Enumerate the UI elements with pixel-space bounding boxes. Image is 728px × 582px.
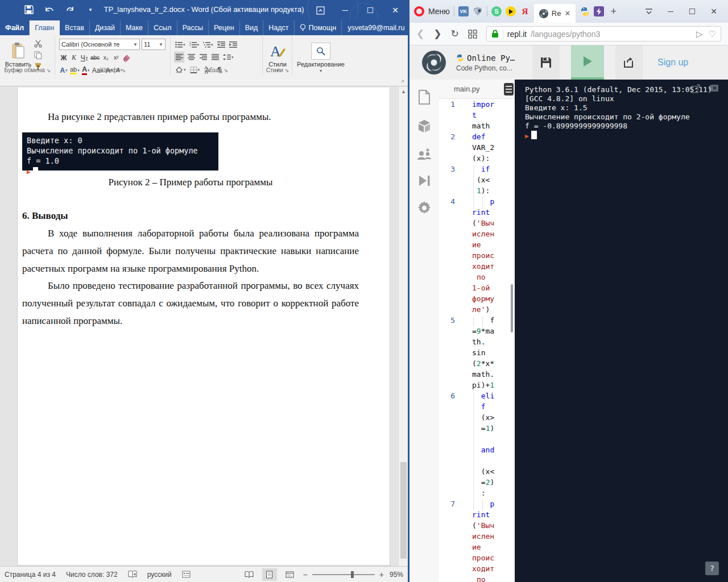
music-tab-icon[interactable] (506, 6, 516, 16)
yandex-tab-icon[interactable]: Я (520, 6, 530, 16)
web-layout-button[interactable] (283, 568, 297, 581)
minimize-button[interactable]: ─ (333, 0, 358, 20)
bullets-button[interactable]: ▾ (174, 39, 187, 50)
tell-me-tab[interactable]: Помощн (295, 20, 342, 35)
justify-button[interactable] (210, 52, 220, 63)
font-size-combo[interactable]: 11▼ (142, 39, 166, 50)
macro-icon[interactable] (182, 571, 191, 578)
italic-button[interactable]: К (69, 52, 79, 63)
ribbon-tab-9[interactable]: Вид (240, 20, 264, 35)
cut-button[interactable] (34, 40, 43, 48)
align-right-button[interactable] (198, 52, 208, 63)
zoom-level[interactable]: 95% (390, 571, 403, 579)
numbering-button[interactable]: 12▾ (188, 39, 201, 50)
format-menu-icon[interactable] (504, 83, 514, 95)
document-page[interactable]: На рисунке 2 представлен пример работы п… (17, 88, 390, 566)
code-editor[interactable]: 1importmath2defVAR_2(x):3if(x<1):4print(… (439, 100, 515, 582)
owl-tab-icon[interactable] (473, 6, 483, 16)
minimize-button[interactable]: ─ (661, 3, 680, 20)
proofing-icon[interactable] (128, 570, 137, 579)
strikethrough-button[interactable]: abc (89, 52, 101, 63)
ribbon-tab-1[interactable]: Файл (0, 20, 30, 35)
reload-icon[interactable]: ↻ (451, 28, 459, 40)
files-icon[interactable] (418, 90, 431, 105)
editing-button[interactable]: Редактирование ▼ (298, 39, 344, 76)
scrollbar-thumb[interactable] (400, 462, 407, 559)
lightning-tab-icon[interactable] (594, 6, 604, 16)
ribbon-tab-4[interactable]: Дизай (90, 20, 121, 35)
read-mode-button[interactable] (242, 568, 257, 581)
invite-icon[interactable] (417, 148, 432, 160)
word-count[interactable]: Число слов: 372 (66, 571, 118, 579)
underline-button[interactable]: Ч▾ (79, 52, 89, 63)
zoom-slider[interactable] (312, 574, 375, 575)
save-button[interactable] (532, 45, 560, 80)
close-tab-icon[interactable]: ✕ (564, 9, 570, 18)
dialog-launcher-icon[interactable]: ⇘ (285, 68, 289, 73)
new-tab-button[interactable]: + (610, 6, 617, 18)
ribbon-tab-7[interactable]: Рассы (177, 20, 209, 35)
popout-console-icon[interactable] (691, 84, 701, 93)
forward-icon[interactable]: ❯ (433, 28, 441, 40)
scroll-up-icon[interactable]: ▲ (399, 87, 408, 95)
zoom-slider-thumb[interactable] (351, 571, 354, 578)
maximize-button[interactable]: ☐ (358, 0, 383, 20)
share-page-icon[interactable]: ▷ (696, 29, 703, 39)
language-indicator[interactable]: русский (147, 571, 172, 579)
ribbon-tab-10[interactable]: Надст (263, 20, 294, 35)
opera-menu-button[interactable]: Меню (414, 6, 450, 16)
clear-formatting-button[interactable]: A (121, 52, 132, 63)
zoom-out-button[interactable]: − (303, 570, 308, 579)
console-panel[interactable]: Python 3.6.1 (default, Dec 2015, 13:05:1… (515, 80, 728, 582)
python-tab-icon[interactable] (580, 6, 590, 16)
bold-button[interactable]: Ж (59, 52, 69, 63)
zoom-in-button[interactable]: + (379, 570, 384, 579)
dialog-launcher-icon[interactable]: ⇘ (224, 68, 228, 73)
document-scrollbar[interactable]: ▲ (398, 87, 408, 566)
signup-link[interactable]: Sign up (657, 57, 688, 68)
font-name-combo[interactable]: Calibri (Основной те▼ (59, 39, 140, 50)
maximize-button[interactable]: ☐ (682, 3, 702, 20)
ribbon-tab-3[interactable]: Встав (60, 20, 90, 35)
tab-menu-icon[interactable] (639, 3, 659, 20)
ribbon-tab-8[interactable]: Рецен (209, 20, 240, 35)
decrease-indent-button[interactable] (216, 39, 226, 50)
ribbon-tab-5[interactable]: Маке (121, 20, 148, 35)
superscript-button[interactable]: x² (111, 52, 121, 63)
align-center-button[interactable] (186, 52, 196, 63)
increase-indent-button[interactable] (228, 39, 238, 50)
ribbon-tab-6[interactable]: Ссыл (148, 20, 177, 35)
help-button[interactable]: ? (705, 562, 719, 575)
packages-icon[interactable] (417, 119, 431, 133)
collapse-ribbon-icon[interactable]: ˄ (402, 78, 404, 84)
back-icon[interactable]: ❮ (416, 28, 424, 40)
share-button[interactable] (615, 45, 643, 80)
clear-console-icon[interactable] (708, 84, 719, 92)
file-tab-mainpy[interactable]: main.py (454, 85, 480, 93)
close-button[interactable]: ✕ (383, 0, 408, 20)
subscript-button[interactable]: x₂ (101, 52, 111, 63)
page-indicator[interactable]: Страница 4 из 4 (5, 571, 56, 579)
vk-tab-icon[interactable]: VK (458, 6, 469, 16)
dialog-launcher-icon[interactable]: ⇘ (47, 68, 51, 73)
dialog-launcher-icon[interactable]: ⇘ (121, 68, 126, 73)
bookmark-heart-icon[interactable]: ♡ (709, 29, 716, 39)
green-extension-tab-icon[interactable]: S (491, 6, 502, 16)
run-step-icon[interactable] (418, 175, 431, 186)
copy-button[interactable] (34, 51, 42, 59)
run-button[interactable] (571, 45, 604, 80)
line-spacing-button[interactable]: ▾ (222, 52, 235, 63)
editor-scrollbar-thumb[interactable] (511, 284, 513, 332)
speed-dial-icon[interactable] (468, 30, 477, 39)
ribbon-tab-2[interactable]: Главн (30, 20, 60, 35)
settings-gear-icon[interactable] (417, 201, 431, 215)
align-left-button[interactable] (174, 52, 184, 63)
active-tab[interactable]: Re ✕ (534, 4, 576, 23)
account-name[interactable]: ysveta99@mail.ru (342, 20, 410, 35)
ribbon-display-options-icon[interactable] (308, 0, 333, 20)
multilevel-list-button[interactable]: ▾ (202, 39, 214, 50)
url-field[interactable]: repl.it/languages/python3 ▷ ♡ (486, 26, 721, 41)
close-button[interactable]: ✕ (704, 3, 723, 20)
replit-logo-icon[interactable] (422, 51, 446, 74)
print-layout-button[interactable] (262, 568, 277, 581)
